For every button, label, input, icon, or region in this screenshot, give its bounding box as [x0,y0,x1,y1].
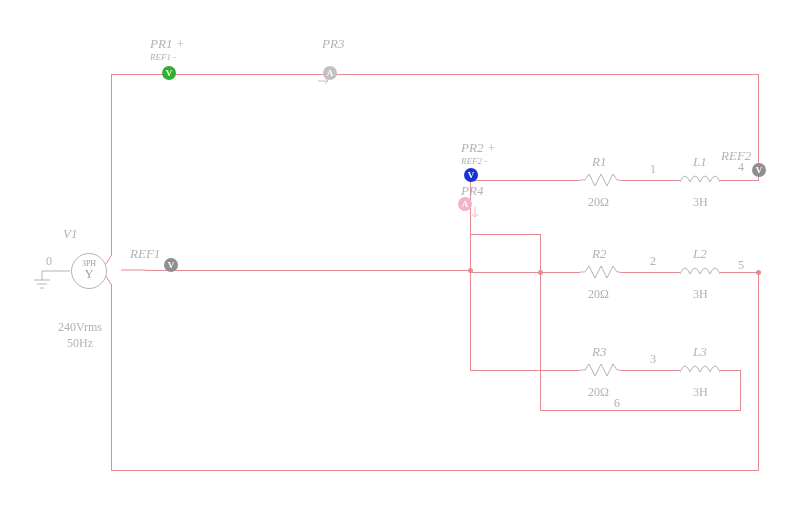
r1-name: R1 [592,154,606,170]
wire [720,370,740,371]
r2-value: 20Ω [588,287,609,302]
voltage-ref-probe-icon: V [164,258,178,272]
source-wye-symbol: Y [72,268,106,280]
probe-glyph: V [468,170,475,180]
probe-glyph: V [756,165,763,175]
pr1-ref-label: REF1 - [150,52,176,62]
pr2-ref-label: REF2 - [461,156,487,166]
resistor-icon [580,173,620,187]
schematic-canvas: 3PH Y V1 240Vrms 50Hz 0 R1 20Ω 1 L1 3H 4… [0,0,788,510]
ref1-label: REF1 [130,246,160,262]
junction-dot-icon [538,270,543,275]
inductor-icon [680,265,720,275]
wire [470,272,580,273]
node-1: 1 [650,162,656,177]
l3-name: L3 [693,344,707,360]
wire [540,410,741,411]
source-name-label: V1 [63,226,77,242]
inductor-icon [680,363,720,373]
wire [620,272,680,273]
node-6: 6 [614,396,620,411]
l1-value: 3H [693,195,708,210]
arrow-icon [318,78,330,86]
resistor-icon [580,363,620,377]
r3-name: R3 [592,344,606,360]
inductor-icon [680,173,720,183]
l1-name: L1 [693,154,707,170]
pr3-label: PR3 [322,36,344,52]
wire [758,272,759,471]
wire [620,180,680,181]
r1-value: 20Ω [588,195,609,210]
wire [470,370,580,371]
pr2-label: PR2 + [461,140,495,156]
probe-glyph: A [462,199,469,209]
voltage-ref-probe-icon: V [752,163,766,177]
arrow-icon [472,207,480,219]
probe-glyph: V [166,68,173,78]
wire [470,234,540,235]
current-probe-icon: A [458,197,472,211]
junction-dot-icon [468,268,473,273]
r3-value: 20Ω [588,385,609,400]
wire [620,370,680,371]
r2-name: R2 [592,246,606,262]
wire [540,272,541,410]
ref2-label: REF2 [721,148,751,164]
node-0: 0 [46,254,52,269]
wire [540,234,541,272]
wire [145,270,470,271]
wire [111,74,112,256]
l3-value: 3H [693,385,708,400]
node-2: 2 [650,254,656,269]
l2-value: 3H [693,287,708,302]
three-phase-source-icon: 3PH Y [71,253,107,289]
source-voltage-label: 240Vrms [58,320,102,335]
ground-icon [22,270,72,300]
voltage-probe-icon: V [464,168,478,182]
junction-dot-icon [756,270,761,275]
node-3: 3 [650,352,656,367]
probe-glyph: A [327,68,334,78]
wire [740,370,741,410]
resistor-icon [580,265,620,279]
wire [111,470,759,471]
wire [470,180,580,181]
wire [720,180,759,181]
wire [111,74,759,75]
wire [111,284,112,470]
node-5: 5 [738,258,744,273]
pr1-label: PR1 + [150,36,184,52]
l2-name: L2 [693,246,707,262]
voltage-probe-icon: V [162,66,176,80]
probe-glyph: V [168,260,175,270]
source-freq-label: 50Hz [67,336,93,351]
